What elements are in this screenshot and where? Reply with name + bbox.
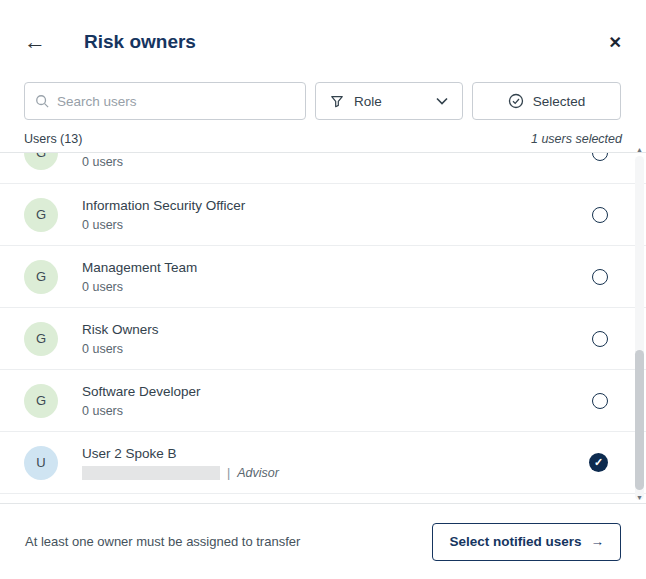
role-filter-dropdown[interactable]: Role	[315, 82, 463, 120]
user-name: Management Team	[82, 260, 197, 275]
page-title: Risk owners	[84, 31, 196, 53]
back-icon[interactable]: ←	[24, 31, 46, 53]
user-info: Information Security Officer 0 users	[82, 198, 245, 232]
avatar: G	[24, 384, 58, 418]
arrow-right-icon: →	[591, 534, 605, 549]
list-item[interactable]: G Risk Owners 0 users	[0, 308, 646, 370]
role-filter-label: Role	[354, 94, 382, 109]
scrollbar-up-icon[interactable]: ▲	[635, 146, 644, 154]
list-item[interactable]: G Management Team 0 users	[0, 246, 646, 308]
user-subtitle: 0 users	[82, 218, 245, 232]
list-item[interactable]: G Information Security Officer 0 users	[0, 184, 646, 246]
list-item[interactable]: G 0 users	[0, 152, 646, 184]
list-item[interactable]: G Software Developer 0 users	[0, 370, 646, 432]
user-name: Information Security Officer	[82, 198, 245, 213]
check-circle-icon	[508, 93, 524, 109]
select-notified-users-button[interactable]: Select notified users →	[432, 523, 621, 561]
separator: |	[227, 466, 230, 480]
avatar: G	[24, 198, 58, 232]
user-subtitle: 0 users	[82, 342, 159, 356]
search-icon	[35, 94, 49, 108]
scrollbar-down-icon[interactable]: ▼	[635, 494, 644, 502]
list-header: Users (13) 1 users selected	[0, 120, 646, 152]
user-list[interactable]: G 0 users G Information Security Officer…	[0, 152, 646, 500]
selection-toggle-checked[interactable]: ✓	[589, 453, 608, 472]
selection-toggle[interactable]	[592, 269, 608, 285]
search-box[interactable]	[24, 82, 306, 120]
user-subtitle: 0 users	[82, 155, 123, 169]
users-count-label: Users (13)	[24, 132, 82, 146]
selected-filter-label: Selected	[533, 94, 586, 109]
user-list-inner: G 0 users G Information Security Officer…	[0, 152, 646, 494]
selection-toggle[interactable]	[592, 207, 608, 223]
user-subtitle: 0 users	[82, 404, 201, 418]
chevron-down-icon	[436, 97, 448, 105]
list-item[interactable]: U User 2 Spoke B |Advisor ✓	[0, 432, 646, 494]
user-name: Risk Owners	[82, 322, 159, 337]
avatar: U	[24, 446, 58, 480]
close-icon[interactable]: ✕	[609, 33, 622, 52]
user-info: Management Team 0 users	[82, 260, 197, 294]
user-info: 0 users	[82, 152, 123, 169]
user-name: User 2 Spoke B	[82, 446, 279, 461]
action-button-label: Select notified users	[449, 534, 581, 549]
user-subtitle: 0 users	[82, 280, 197, 294]
user-name: Software Developer	[82, 384, 201, 399]
selection-toggle[interactable]	[592, 393, 608, 409]
avatar: G	[24, 322, 58, 356]
filter-icon	[330, 94, 344, 108]
user-subtitle: |Advisor	[82, 466, 279, 480]
scrollbar-thumb[interactable]	[635, 350, 644, 490]
dialog-footer: At least one owner must be assigned to t…	[0, 503, 646, 579]
selection-toggle[interactable]	[592, 152, 608, 161]
dialog-header: ← Risk owners ✕	[0, 0, 646, 64]
avatar: G	[24, 152, 58, 170]
redacted-text	[82, 466, 220, 480]
avatar: G	[24, 260, 58, 294]
role-tag: Advisor	[237, 466, 279, 480]
user-info: Software Developer 0 users	[82, 384, 201, 418]
selected-count-label: 1 users selected	[531, 132, 622, 146]
footer-note: At least one owner must be assigned to t…	[25, 534, 300, 549]
selected-filter-button[interactable]: Selected	[472, 82, 621, 120]
search-input[interactable]	[57, 94, 295, 109]
user-info: User 2 Spoke B |Advisor	[82, 446, 279, 480]
toolbar: Role Selected	[0, 82, 646, 120]
user-info: Risk Owners 0 users	[82, 322, 159, 356]
selection-toggle[interactable]	[592, 331, 608, 347]
